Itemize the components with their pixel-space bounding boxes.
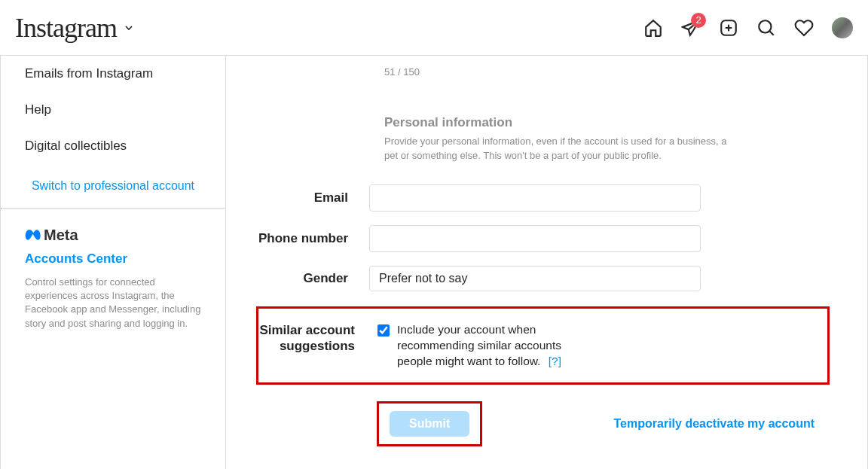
home-icon[interactable]: [643, 18, 663, 38]
svg-line-4: [769, 31, 773, 35]
accounts-center-link[interactable]: Accounts Center: [25, 251, 201, 266]
email-row: Email: [256, 184, 830, 212]
similar-label: Similar account suggestions: [258, 322, 371, 355]
messenger-icon[interactable]: 2: [681, 18, 701, 38]
sidebar-item-collectibles[interactable]: Digital collectibles: [1, 128, 225, 164]
meta-brand: Meta: [25, 226, 201, 244]
phone-label: Phone number: [256, 231, 369, 246]
submit-button[interactable]: Submit: [390, 411, 469, 437]
notification-badge: 2: [691, 13, 706, 28]
gender-label: Gender: [256, 271, 369, 286]
help-link[interactable]: [?]: [549, 355, 561, 367]
email-field[interactable]: [369, 184, 701, 212]
personal-info-title: Personal information: [384, 115, 830, 130]
personal-info-desc: Provide your personal information, even …: [384, 135, 731, 163]
bottom-row: Submit Temporarily deactivate my account: [256, 401, 830, 446]
email-label: Email: [256, 190, 369, 206]
similar-text: Include your account when recommending s…: [397, 322, 593, 370]
sidebar: Emails from Instagram Help Digital colle…: [0, 56, 226, 469]
avatar[interactable]: [832, 17, 853, 38]
search-icon[interactable]: [756, 18, 776, 38]
new-post-icon[interactable]: [719, 18, 738, 38]
main-content: 51 / 150 Personal information Provide yo…: [226, 56, 868, 469]
meta-logo-icon: [25, 226, 43, 244]
switch-professional-link[interactable]: Switch to professional account: [1, 164, 225, 208]
similar-suggestions-highlight: Similar account suggestions Include your…: [256, 306, 830, 385]
meta-description: Control settings for connected experienc…: [25, 276, 201, 330]
top-nav: Instagram 2: [0, 0, 868, 56]
char-count: 51 / 150: [384, 56, 830, 78]
instagram-logo: Instagram: [15, 12, 117, 44]
svg-point-3: [759, 20, 771, 32]
sidebar-item-help[interactable]: Help: [1, 92, 225, 128]
submit-highlight: Submit: [377, 401, 482, 446]
page-body: Emails from Instagram Help Digital colle…: [0, 56, 868, 469]
gender-row: Gender Prefer not to say: [256, 266, 830, 291]
sidebar-item-emails[interactable]: Emails from Instagram: [1, 56, 225, 92]
chevron-down-icon[interactable]: [123, 22, 135, 34]
nav-icons: 2: [643, 17, 853, 38]
phone-row: Phone number: [256, 225, 830, 252]
similar-content: Include your account when recommending s…: [371, 322, 593, 370]
activity-icon[interactable]: [794, 18, 814, 38]
gender-field[interactable]: Prefer not to say: [369, 266, 701, 291]
phone-field[interactable]: [369, 225, 701, 252]
similar-checkbox[interactable]: [377, 324, 390, 337]
meta-text: Meta: [44, 227, 78, 244]
brand[interactable]: Instagram: [15, 12, 135, 44]
deactivate-link[interactable]: Temporarily deactivate my account: [614, 417, 830, 431]
meta-section: Meta Accounts Center Control settings fo…: [1, 209, 225, 353]
